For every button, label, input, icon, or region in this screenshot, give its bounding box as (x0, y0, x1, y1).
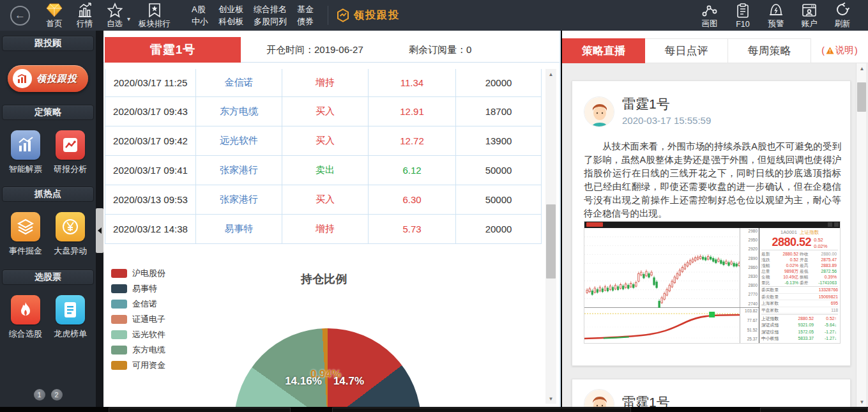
tool-alarm[interactable]: 预警 (759, 1, 793, 29)
tab-3[interactable]: 每周策略 (728, 38, 811, 63)
trade-stock-cell[interactable]: 远光软件 (195, 126, 282, 155)
tool-label: 预警 (768, 19, 784, 29)
tool-draw-nodes[interactable]: 画图 (693, 1, 726, 29)
index-row-value: 1572.05 (788, 329, 815, 335)
warning-triangle-icon (826, 47, 834, 54)
tile-doc[interactable]: 龙虎榜单 (50, 295, 90, 340)
taskbar-segment (109, 408, 291, 412)
axis-tick: 77.67 (740, 319, 758, 323)
pie-legend: 沪电股份易事特金信诺证通电子远光软件东方电缆可用资金 (111, 266, 165, 373)
alarm-icon (768, 1, 784, 17)
tile-yuan[interactable]: 大盘异动 (50, 212, 90, 257)
quick-link[interactable]: 多股同列 (254, 15, 287, 27)
axis-tick: 2800 (740, 284, 758, 288)
pagination-dot[interactable]: 1 (34, 389, 45, 401)
index-row-value: 5833.37 (788, 335, 815, 342)
collapse-left-icon (98, 227, 102, 234)
trade-stock-cell[interactable]: 张家港行 (195, 156, 282, 185)
sidebar-section-xuangupiao: 选股票 (2, 270, 94, 285)
feed-scrollbar[interactable]: ▲ ▼ (856, 63, 866, 407)
strategy-name-tab[interactable]: 雷霆1号 (105, 37, 241, 63)
nav-item-star[interactable]: 自选 (107, 0, 123, 31)
quick-link[interactable]: 债券 (297, 15, 314, 27)
trade-stock-cell[interactable]: 东方电缆 (195, 97, 282, 126)
quote-wide-row: 委买数量13328766 (761, 287, 838, 294)
back-button[interactable]: ← (10, 6, 30, 26)
index-row-name: 上证指数 (761, 316, 788, 322)
quick-link[interactable]: 综合排名 (254, 3, 287, 15)
tile-report-line[interactable]: 研报分析 (50, 130, 90, 175)
table-row[interactable]: 2020/03/17 09:43东方电缆买入12.9118700 (105, 97, 542, 126)
legend-label: 远光软件 (132, 329, 165, 340)
quote-field-value: 10.49亿 (777, 274, 800, 280)
legend-item[interactable]: 金信诺 (111, 296, 165, 312)
main-scrollbar-thumb[interactable] (546, 204, 556, 278)
legend-item[interactable]: 易事特 (111, 281, 165, 296)
legend-item[interactable]: 远光软件 (111, 327, 165, 342)
strategy-feed-panel: 策略直播每日点评每周策略(说明) 雷霆1号 2020-03-17 15:55:5… (562, 31, 868, 407)
explanation-button[interactable]: (说明) (811, 38, 868, 63)
pie-slice-label: 0.94% (310, 368, 341, 381)
quick-link-column: A股中小 (192, 3, 208, 27)
trade-stock-cell[interactable]: 金信诺 (195, 69, 282, 96)
axis-tick: 2830 (740, 275, 758, 279)
legend-swatch (111, 269, 127, 278)
tab-1[interactable]: 策略直播 (562, 38, 645, 63)
legend-item[interactable]: 沪电股份 (111, 266, 165, 281)
trade-history-table: 2020/03/17 11:25金信诺增持11.34200002020/03/1… (105, 69, 542, 244)
tool-refresh[interactable]: 刷新 (826, 1, 859, 29)
tab-2[interactable]: 每日点评 (645, 38, 728, 63)
trade-action-cell: 增持 (282, 69, 368, 96)
quick-link-column: 综合排名多股同列 (254, 3, 287, 27)
legend-label: 沪电股份 (132, 268, 165, 279)
scroll-up-icon[interactable]: ▲ (545, 69, 556, 79)
nav-item-market-chart[interactable]: 行情 (77, 0, 93, 31)
table-row[interactable]: 2020/03/17 11:25金信诺增持11.3420000 (105, 69, 542, 97)
table-row[interactable]: 2020/03/17 09:41张家港行卖出6.1250000 (105, 156, 542, 185)
table-row[interactable]: 2020/03/12 14:38易事特增持5.7320000 (105, 215, 542, 244)
tile-flame[interactable]: 综合选股 (6, 295, 45, 340)
axis-tick: 2950 (740, 238, 758, 243)
trade-price-cell: 11.34 (368, 69, 455, 96)
nav-item-gem[interactable]: 首页 (46, 0, 63, 31)
doc-icon (56, 295, 85, 324)
quick-link-column: 基金债券 (297, 3, 314, 27)
sidebar-collapse-handle[interactable] (96, 208, 103, 253)
tile-layers[interactable]: 事件掘金 (6, 212, 45, 257)
index-row-value: 9321.09 (788, 322, 815, 328)
brand-logo[interactable]: 领投跟投 (336, 8, 400, 22)
feed-scrollbar-thumb[interactable] (857, 82, 866, 112)
quick-link[interactable]: 基金 (297, 3, 314, 15)
scroll-down-icon[interactable]: ▼ (545, 393, 556, 404)
table-row[interactable]: 2020/03/17 09:42远光软件买入12.7213900 (105, 126, 542, 156)
scroll-up-icon[interactable]: ▲ (857, 63, 867, 73)
index-row-name: 中小板指 (761, 335, 788, 342)
nav-item-bookmark-star[interactable]: 板块排行 (139, 0, 171, 31)
legend-item[interactable]: 东方电缆 (111, 342, 165, 358)
main-scrollbar[interactable]: ▲ ▼ (545, 69, 556, 404)
quick-link[interactable]: 科创板 (218, 15, 243, 27)
index-row-name: 深证成指 (761, 322, 788, 328)
legend-item[interactable]: 证通电子 (111, 312, 165, 327)
axis-tick: 103.82 (740, 309, 758, 314)
quick-link[interactable]: 创业板 (218, 3, 243, 15)
tile-label: 智能解票 (9, 164, 42, 175)
quick-link[interactable]: 中小 (192, 15, 208, 27)
pagination-dot[interactable]: 2 (51, 389, 63, 401)
tile-smart-chart[interactable]: 智能解票 (6, 130, 45, 175)
chevron-down-icon[interactable]: ▾ (127, 9, 130, 22)
open-time-label: 开仓时间：2019-06-27 (266, 37, 363, 63)
trade-stock-cell[interactable]: 易事特 (195, 215, 282, 243)
trade-price-cell: 6.30 (368, 185, 455, 214)
legend-item[interactable]: 可用资金 (111, 358, 165, 373)
trade-stock-cell[interactable]: 张家港行 (195, 185, 282, 214)
trade-time-cell: 2020/03/12 14:38 (105, 215, 195, 243)
gem-icon (46, 1, 63, 18)
tool-clipboard[interactable]: F10 (726, 3, 759, 29)
lingtou-gentou-banner-button[interactable]: 领投跟投 (8, 65, 88, 92)
sidebar-section-zhuaredian: 抓热点 (2, 187, 94, 202)
quick-link[interactable]: A股 (192, 3, 208, 15)
table-row[interactable]: 2020/03/13 09:53张家港行买入6.3050000 (105, 185, 542, 215)
tool-account-window[interactable]: 账户 (793, 1, 826, 29)
scroll-down-icon[interactable]: ▼ (857, 397, 867, 407)
